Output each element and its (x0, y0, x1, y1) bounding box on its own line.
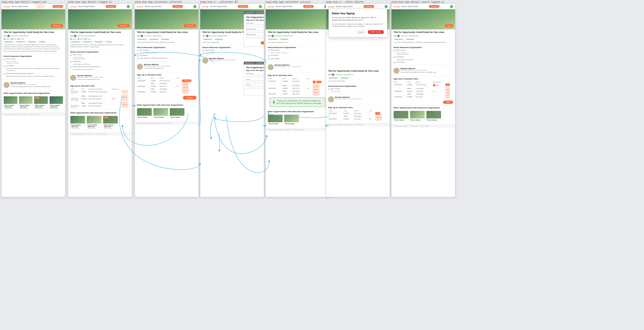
opp-title-1: Title for Opportunity Could Easily be Tw… (4, 31, 63, 34)
browse-link-7[interactable]: Browse Opportunities (401, 6, 418, 7)
org-link-2[interactable]: Awesome Organization (77, 35, 95, 37)
browse-link-3[interactable]: Browse Opportunities (145, 6, 162, 7)
edit-btn-7-5[interactable]: Edit (445, 96, 450, 98)
signup-btn-6-3[interactable]: Sign Up (375, 118, 382, 120)
logo-2: yoop (70, 5, 77, 8)
opp-card-2-3[interactable]: NEW Title for Another OpportunityAwesome… (103, 116, 118, 130)
screen-vol-delete: yoop Browse Opportunities Volunteer B De… (326, 4, 390, 197)
signup-btn-5-2[interactable]: Sign Up (313, 84, 320, 87)
signed-btn-6[interactable]: ✓ A1 (375, 112, 380, 115)
user-avatar-2[interactable]: B (127, 5, 130, 8)
vol-table-5: DateTimePolicyVol 01/01/20XX3:30PMHarm-T… (268, 77, 327, 95)
org-link-1[interactable]: Awesome Organization (11, 35, 29, 37)
meta-tags-3: Requirement 1 Requirement 2 Photography (137, 38, 196, 40)
user-avatar-7[interactable]: B (450, 5, 453, 8)
volunteer-nav-btn-4[interactable]: Volunteer (238, 5, 248, 8)
hero-image-2: Volunteer (68, 9, 132, 29)
vol-row-2-1: 01/01/20XXMonday 3:30PM Harm-Them-Over-D… (70, 91, 130, 95)
logo-3: yoop (137, 5, 143, 8)
success-text: Thank you for volunteering. The voluntee… (277, 100, 322, 105)
hero-volunteer-btn-2[interactable]: Volunteer (117, 24, 130, 27)
hero-image-logged-out: Volunteer (2, 9, 65, 29)
footer-5: © Yoop All rights reserved Privacy Polic… (266, 128, 329, 131)
frame-label-5: yoop-mvp-opp-volunteer-success (265, 1, 311, 3)
signup-btn-3-4[interactable]: Sign Up (182, 88, 189, 90)
signed-btn-3-1[interactable]: ✓ Signed Up (182, 79, 192, 82)
vol-row-3-1: 01/01/20XX3:30PMHarm-Them-Over... ✓ Sign… (137, 79, 196, 82)
hero-volunteer-btn-3[interactable]: Volunteer (184, 24, 196, 27)
user-avatar-3[interactable]: B (193, 5, 196, 8)
signup-btn-3-3[interactable]: Sign Up (182, 85, 189, 88)
user-avatar-4[interactable]: B (259, 5, 262, 8)
browse-link-5[interactable]: Browse Opportunities (276, 6, 293, 7)
meta-row-2: Where When Cause (70, 38, 130, 40)
logo-7: yoop (393, 5, 400, 8)
org-link-3[interactable]: Awesome Organization (144, 35, 162, 37)
browse-link-logged-out[interactable]: Browse Opportunities (12, 6, 28, 7)
browse-link-4[interactable]: Browse Opportunities (210, 6, 227, 7)
success-banner: ✓ Thank you for volunteering. The volunt… (270, 97, 325, 107)
submit-btn-3[interactable]: Submit (183, 96, 196, 100)
volunteer-btn-logged-out[interactable]: Volunteer (53, 5, 63, 8)
volunteer-nav-btn-5[interactable]: Volunteer (303, 5, 314, 8)
signup-btn-6-2[interactable]: Sign Up (375, 115, 382, 117)
signup-btn-3-5[interactable]: Sign Up (182, 91, 189, 93)
form-submit-btn[interactable]: Submit (261, 41, 264, 45)
volunteer-nav-btn-7[interactable]: Volunteer (429, 5, 439, 8)
browse-link-2[interactable]: Browse Opportunities (78, 6, 95, 7)
signup-btn-2-2[interactable]: Sign Up (122, 95, 129, 97)
opp-card-2-2[interactable]: Title for Another OpportunityAwesome Org (87, 116, 102, 130)
footer-7: © Yoop All rights reserved Privacy Polic… (391, 124, 455, 128)
logo-5: yoop (268, 5, 274, 8)
user-avatar-6[interactable]: B (385, 5, 388, 8)
signup-btn-5-3[interactable]: Sign Up (313, 87, 320, 90)
sub-frame-label-02: yoop-mvp-o...volunteer-02 (244, 11, 264, 14)
signup-btn-2-1[interactable]: Sign Up (122, 91, 129, 93)
opp-card-3[interactable]: NEW Title for Another Opportunity Awesom… (34, 96, 48, 110)
signup-btn-5-4[interactable]: Sign Up (313, 90, 320, 92)
content-3: Title for Opportunity Could Easily be Tw… (135, 29, 198, 121)
hero-edit-btn-7[interactable]: Edit (445, 24, 453, 27)
save-btn-7[interactable]: Save (443, 101, 453, 104)
signup-btn-2-4[interactable]: Sign Up (122, 102, 129, 104)
opp-card-4[interactable]: Title for Another Opportunity Awesome Or… (49, 96, 63, 110)
volunteer-nav-btn-3[interactable]: Volunteer (172, 5, 183, 8)
edit-btn-7-4[interactable]: Edit (445, 93, 450, 95)
opp-grid-1: Title for Another Opportunity Awesome Or… (4, 95, 63, 111)
meta-tags-2: Requirement 1 Requirement 2 Photography … (70, 41, 130, 43)
footer-2: © Yoop All rights reserved Privacy Polic… (68, 132, 132, 136)
navbar-4: yoop Browse Opportunities Volunteer B (200, 4, 264, 9)
hero-volunteer-btn[interactable]: Volunteer (51, 24, 63, 27)
vol-table-6: DateTimePolicyVol 01/01/20XX3:30PMHarm-T… (328, 109, 388, 120)
org-meta-1: Main Location 123 Any StreetCountry, AL … (4, 58, 63, 78)
org-line-1: with Awesome Organization (4, 35, 63, 37)
browse-link-6[interactable]: Browse Opportunities (336, 6, 353, 7)
edit-btn-7-2[interactable]: Edit (445, 87, 450, 90)
vol-row-2-4: Offline Cuelh-Riding-Gurt-Lunch Sign Up (70, 102, 130, 105)
hero-image-3: Volunteer (135, 9, 198, 29)
signin-btn-logged-out[interactable]: Sign In (36, 5, 45, 8)
signup-btn-5-5[interactable]: Sign Up (313, 93, 320, 95)
vol-row-3-3: 03/03/20XX8:30AMHarm-Them...20 Sign Up (137, 85, 196, 88)
org-icon-1 (7, 35, 10, 37)
opp-card-1[interactable]: Title for Another Opportunity Awesome Or… (4, 96, 18, 110)
edit-btn-7[interactable]: Edit (445, 84, 450, 86)
frame-label-7: yoop-mvp-opp-detail-coord-logged-in (391, 1, 444, 3)
volunteer-nav-btn-6[interactable]: Volunteer (364, 5, 374, 8)
opp-card-2-1[interactable]: Title for Another OpportunityAwesome Org (70, 116, 85, 130)
signup-btn-2-5[interactable]: Sign Up (122, 105, 129, 107)
delete-cancel-btn[interactable]: Cancel (355, 30, 366, 34)
volunteer-nav-btn-2[interactable]: Volunteer (106, 5, 116, 8)
delete-confirm-btn[interactable]: Delete Signup (368, 30, 384, 34)
other-opps-title-1: Other Opportunities with Awesome Organiz… (4, 92, 63, 94)
edit-btn-7-3[interactable]: Edit (445, 90, 450, 93)
vol-row-2-3: 03/03/20XXWednesday 8:30AM Harm-Them-Ove… (70, 98, 130, 102)
opp-card-2[interactable]: Title for Another Opportunity Awesome Or… (19, 96, 33, 110)
checkmark-icon: ✓ (273, 101, 275, 104)
signup-section-3: Sign Up to Volunteer Here (137, 74, 196, 76)
signup-btn-2-3[interactable]: Sign Up (122, 98, 129, 100)
vol-row-3-4: OfflineCuelh-Riding... Sign Up (137, 88, 196, 91)
signed-btn-5[interactable]: ✓ A1 (316, 81, 321, 83)
coordinator-block-2: Brandon Wharton Event Coordinator - A.K.… (70, 73, 130, 82)
signup-btn-3-2[interactable]: Sign Up (182, 82, 189, 85)
